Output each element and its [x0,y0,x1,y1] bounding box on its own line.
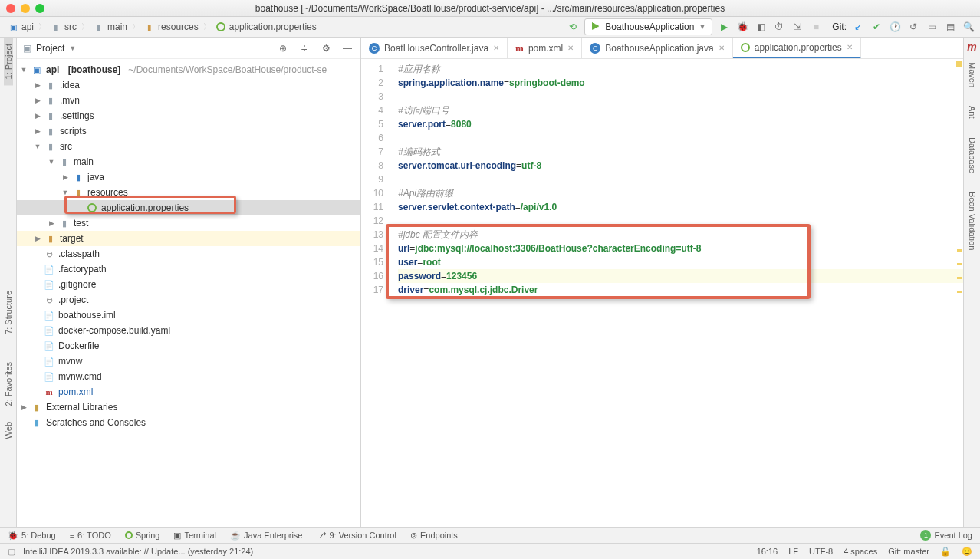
file-encoding[interactable]: UTF-8 [809,547,833,556]
build-icon[interactable]: ⟲ [566,20,580,34]
spring-boot-icon: ⯈ [591,21,600,32]
editor-body[interactable]: 1234567891011121314151617 #应用名称spring.ap… [361,59,963,527]
vcs-revert-icon[interactable]: ↺ [906,20,920,34]
editor-tab[interactable]: CBoathouseApplication.java✕ [582,38,732,58]
run-icon[interactable]: ▶ [717,20,731,34]
tree-file[interactable]: 📄.factorypath [17,261,360,277]
editor-tab[interactable]: CBoatHouseController.java✕ [361,38,508,58]
tree-file[interactable]: 📄mvnw.cmd [17,369,360,384]
breadcrumb-item[interactable]: application.properties [212,20,320,34]
tool-window-database[interactable]: Database [968,131,977,179]
close-tab-icon[interactable]: ✕ [847,43,853,51]
select-opened-file-icon[interactable]: ⊕ [276,41,290,55]
tree-file[interactable]: 📄boathouse.iml [17,307,360,323]
tree-folder[interactable]: ▶▮java [17,169,360,185]
tool-window-todo[interactable]: ≡ 6: TODO [70,531,111,540]
tree-file[interactable]: 📄mvnw [17,353,360,369]
tool-window-ant[interactable]: Ant [968,100,977,125]
ide-settings-icon[interactable]: ▤ [943,20,957,34]
indent-setting[interactable]: 4 spaces [844,547,877,556]
breadcrumbs: ▣api〉 ▮src〉 ▮main〉 ▮resources〉 applicati… [5,20,566,34]
tree-folder[interactable]: ▼▮src [17,139,360,154]
maximize-window-icon[interactable] [35,4,44,13]
project-panel-title[interactable]: ▣ Project ▼ [23,43,276,54]
line-separator[interactable]: LF [788,547,798,556]
tool-window-endpoints[interactable]: ⊚ Endpoints [410,531,458,541]
vcs-history-icon[interactable]: 🕑 [888,20,902,34]
hide-panel-icon[interactable]: — [340,41,354,55]
event-log-button[interactable]: 1 Event Log [920,530,972,541]
tree-folder[interactable]: ▼▮resources [17,185,360,200]
tool-window-maven[interactable]: Maven [968,56,977,94]
tree-file[interactable]: ⊜.classpath [17,246,360,261]
git-branch[interactable]: Git: master [888,547,929,556]
tool-window-m-logo[interactable]: m [967,38,976,56]
tree-folder[interactable]: ▶▮.mvn [17,93,360,108]
tool-window-bean-validation[interactable]: Bean Validation [968,186,977,256]
tool-window-java-enterprise[interactable]: ☕ Java Enterprise [230,531,302,541]
editor-tab-active[interactable]: application.properties✕ [733,38,861,58]
tool-window-spring[interactable]: Spring [125,531,160,540]
editor-gutter: 1234567891011121314151617 [361,59,390,527]
status-bar: ▢ IntelliJ IDEA 2019.3.3 available: // U… [0,543,980,559]
windows-button-icon[interactable]: ▢ [8,547,15,557]
code-area[interactable]: #应用名称spring.application.name=springboot-… [390,59,963,527]
tree-scratches[interactable]: ▮Scratches and Consoles [17,415,360,430]
tool-window-project[interactable]: 1: Project [4,38,13,85]
close-tab-icon[interactable]: ✕ [719,44,725,52]
tree-folder-target[interactable]: ▶▮target [17,231,360,246]
tree-root[interactable]: ▼▣api [boathouse]~/Documents/WorkSpace/B… [17,62,360,77]
vcs-update-icon[interactable]: ↙ [851,20,865,34]
gear-icon[interactable]: ⚙ [319,41,333,55]
tool-window-terminal[interactable]: ▣ Terminal [173,531,216,541]
tool-window-web[interactable]: Web [4,416,13,445]
status-message[interactable]: IntelliJ IDEA 2019.3.3 available: // Upd… [23,547,253,556]
tree-folder[interactable]: ▶▮.settings [17,108,360,123]
close-tab-icon[interactable]: ✕ [493,44,499,52]
tool-window-structure[interactable]: 7: Structure [4,284,13,340]
project-tree[interactable]: ▼▣api [boathouse]~/Documents/WorkSpace/B… [17,59,360,527]
tree-file-pom[interactable]: mpom.xml [17,384,360,400]
tree-folder[interactable]: ▶▮.idea [17,77,360,93]
breadcrumb-item[interactable]: ▮resources [141,20,202,34]
main-content: ▣ Project ▼ ⊕ ≑ ⚙ — ▼▣api [boathouse]~/D… [17,38,963,527]
stop-icon[interactable]: ■ [809,20,823,34]
tree-folder[interactable]: ▶▮scripts [17,123,360,139]
bottom-tool-strip: 🐞 5: Debug ≡ 6: TODO Spring ▣ Terminal ☕… [0,527,980,543]
breadcrumb-item[interactable]: ▮main [90,20,130,34]
tree-file[interactable]: 📄.gitignore [17,277,360,292]
breadcrumb-item[interactable]: ▮src [48,20,80,34]
tree-folder[interactable]: ▼▮main [17,154,360,169]
title-bar: boathouse [~/Documents/WorkSpace/BoatHou… [0,0,980,17]
tree-file[interactable]: 📄Dockerfile [17,338,360,353]
editor-tab[interactable]: mpom.xml✕ [508,38,582,58]
coverage-icon[interactable]: ◧ [754,20,768,34]
attach-icon[interactable]: ⇲ [791,20,804,34]
inspection-icon[interactable]: 😐 [962,547,972,557]
editor-tabs: CBoatHouseController.java✕ mpom.xml✕ CBo… [361,38,963,59]
tree-file[interactable]: 📄docker-compose.build.yaml [17,323,360,338]
vcs-commit-icon[interactable]: ✔ [870,20,883,34]
search-everywhere-icon[interactable]: 🔍 [962,20,975,34]
profile-icon[interactable]: ⏱ [772,20,786,34]
chevron-down-icon: ▼ [699,23,705,31]
cursor-position[interactable]: 16:16 [757,547,778,556]
tree-external-libraries[interactable]: ▶▮External Libraries [17,400,360,415]
minimize-window-icon[interactable] [21,4,30,13]
tree-folder[interactable]: ▶▮test [17,215,360,231]
lock-icon[interactable]: 🔓 [940,547,951,557]
project-structure-icon[interactable]: ▭ [925,20,939,34]
tree-file-application-properties[interactable]: application.properties [17,200,360,215]
tool-window-favorites[interactable]: 2: Favorites [4,356,13,412]
close-window-icon[interactable] [6,4,15,13]
run-configuration-dropdown[interactable]: ⯈ BoathouseApplication ▼ [584,18,712,35]
tool-window-vcs[interactable]: ⎇ 9: Version Control [317,531,396,541]
left-tool-rail: 1: Project 7: Structure 2: Favorites Web [0,38,17,527]
close-tab-icon[interactable]: ✕ [567,44,574,52]
tree-file[interactable]: ⊜.project [17,292,360,307]
debug-icon[interactable]: 🐞 [735,20,749,34]
git-label: Git: [832,21,847,32]
breadcrumb-item[interactable]: ▣api [5,20,37,34]
tool-window-debug[interactable]: 🐞 5: Debug [8,531,56,541]
expand-all-icon[interactable]: ≑ [298,41,311,55]
